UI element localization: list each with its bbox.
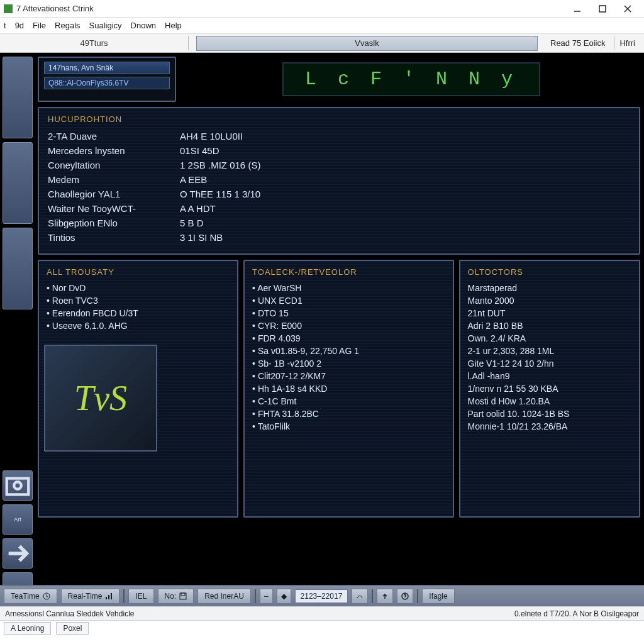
list-item: 1/nenv n 21 55 30 KBA [468, 382, 631, 395]
clock-icon [43, 592, 50, 600]
svg-rect-9 [111, 593, 112, 599]
section-title: TOALECK-/RETVEOLOR [252, 267, 445, 277]
logo-text: TvS [74, 378, 127, 418]
center-button[interactable]: Vvaslk [196, 36, 538, 51]
window-title: 7 Attevationest Ctrink [16, 4, 565, 13]
decrement-button[interactable]: – [260, 589, 273, 604]
range-field[interactable]: 2123–22017 [295, 589, 348, 603]
info-row: Coneyltation1 2SB .MIZ 016 (S) [48, 158, 630, 172]
info-row: Chaollegior YAL1O ThEE 115 1 3/10 [48, 187, 630, 201]
info-row: Merceders lnysten01SI 45D [48, 143, 630, 158]
up-arrow-icon [381, 592, 389, 600]
top-tab-strip: 49Tturs Vvaslk Read 75 Eoiick Hfrri [0, 34, 644, 53]
list-item: FHTA 31.8.2BC [252, 408, 445, 420]
title-bar: 7 Attevationest Ctrink [0, 0, 644, 18]
section-title: HUCUPROHTION [48, 114, 630, 124]
close-button[interactable] [615, 1, 640, 16]
tool-button[interactable] [3, 142, 33, 224]
list-item: Aer WarSH [252, 282, 445, 294]
logo-box: TvS [44, 345, 157, 452]
next-button[interactable] [3, 538, 33, 569]
menu-item[interactable]: t [4, 21, 6, 30]
list-item: Manto 2000 [468, 294, 631, 307]
taskbar-button[interactable]: TeaTime [4, 589, 57, 604]
menu-item-file[interactable]: File [33, 21, 46, 30]
upload-button[interactable] [377, 589, 393, 604]
menu-item[interactable]: Regals [55, 21, 80, 30]
status-button[interactable]: Poxel [56, 622, 89, 635]
save-icon [179, 592, 187, 600]
tool-button[interactable] [3, 57, 33, 138]
status-button[interactable]: A Leoning [4, 622, 51, 635]
list-item: Adri 2 B10 BB [468, 319, 631, 332]
signal-icon [105, 592, 113, 600]
list-item: l.Adl -han9 [468, 370, 631, 382]
oltoctors-panel: OLTOCTORS Marstaperad Manto 2000 21nt DU… [459, 260, 640, 518]
lcd-display: L c F ' N N y [282, 62, 540, 96]
marker-icon: ◆ [277, 589, 291, 604]
list-item: Marstaperad [468, 282, 631, 294]
tool-button[interactable] [3, 470, 33, 501]
list-item: Sa v01.85-9, 22,750 AG 1 [252, 345, 445, 357]
section-title: ALL TROUSATY [47, 267, 230, 277]
menu-bar: t 9d File Regals Sualigicy Dnown Help [0, 18, 644, 34]
secondary-status-bar: A Leoning Poxel [0, 620, 644, 635]
list-item: FDR 4.039 [252, 332, 445, 345]
information-panel: HUCUPROHTION 2-TA DuaveAH4 E 10LU0II Mer… [38, 107, 640, 255]
left-toolbar: Art [3, 57, 34, 602]
list-item: CYR: E000 [252, 319, 445, 332]
taskbar-button[interactable]: IEL [128, 589, 153, 604]
menu-item[interactable]: 9d [15, 21, 24, 30]
info-row: Waiter Ne TooyWCT-A A HDT [48, 201, 630, 216]
taskbar-button[interactable]: Real-Time [61, 589, 120, 604]
taskbar-button[interactable]: Red InerAU [197, 589, 251, 604]
left-tab[interactable]: 49Tturs [0, 36, 189, 50]
tool-button[interactable]: Art [3, 504, 33, 535]
info-row: Slibgeption ENlo5 B D [48, 216, 630, 230]
list-item: Part oolid 10. 1024-1B BS [468, 408, 631, 420]
status-bar: Arnessionsl Cannlua Sleddek Vehdicle 0.e… [0, 606, 644, 620]
minimize-button[interactable] [565, 1, 590, 16]
menu-item[interactable]: Dnown [131, 21, 156, 30]
list-item: UNX ECD1 [252, 294, 445, 307]
toaleck-panel: TOALECK-/RETVEOLOR Aer WarSH UNX ECD1 DT… [243, 260, 453, 518]
list-item: 2-1 ur 2,303, 288 1ML [468, 345, 631, 357]
status-right: 0.elnete d T7/20. A Nor B Oisilgeapor [514, 609, 639, 618]
list-item: Sb- 1B -v2100 2 [252, 357, 445, 370]
svg-rect-1 [599, 6, 606, 12]
list-item: Monnie-1 10/21 23.26/BA [468, 420, 631, 433]
bottom-taskbar: TeaTime Real-Time IEL No: Red InerAU – ◆… [0, 585, 644, 606]
list-item: Nor DvD [47, 282, 230, 294]
list-item: Roen TVC3 [47, 294, 230, 307]
list-item: C-1C Bmt [252, 395, 445, 408]
list-item: Own. 2.4/ KRA [468, 332, 631, 345]
help-icon [401, 592, 409, 600]
svg-point-5 [14, 482, 21, 489]
info-chip-line1: 147hans, Avn Snäk [44, 62, 170, 74]
right-tab[interactable]: Read 75 Eoiick [545, 36, 610, 50]
app-icon [4, 4, 13, 13]
menu-item[interactable]: Sualigicy [89, 21, 122, 30]
maximize-button[interactable] [590, 1, 615, 16]
info-row: 2-TA DuaveAH4 E 10LU0II [48, 129, 630, 143]
signal-icon [352, 589, 368, 604]
list-item: Eerendon FBCD U/3T [47, 307, 230, 319]
taskbar-button[interactable]: Ifagle [422, 589, 454, 604]
list-item: Useeve 6,1.0. AHG [47, 319, 230, 332]
info-chip: 147hans, Avn Snäk Q88::Al-OonFlys36.6TV [38, 57, 176, 102]
work-area: Art 147hans, Avn Snäk Q88::Al-OonFlys36.… [0, 53, 644, 606]
info-row: MedemA EEB [48, 172, 630, 187]
list-item: TatoFlilk [252, 420, 445, 433]
tool-button[interactable] [3, 228, 33, 309]
list-item: 21nt DUT [468, 307, 631, 319]
svg-rect-11 [181, 593, 185, 596]
all-trousaty-panel: ALL TROUSATY Nor DvD Roen TVC3 Eerendon … [38, 260, 238, 518]
help-button[interactable] [397, 589, 413, 604]
info-chip-line2: Q88::Al-OonFlys36.6TV [44, 77, 170, 89]
status-left: Arnessionsl Cannlua Sleddek Vehdicle [5, 609, 134, 618]
taskbar-button[interactable]: No: [158, 589, 194, 604]
info-row: Tintios3 1I SI NB [48, 230, 630, 245]
list-item: DTO 15 [252, 307, 445, 319]
right-tab[interactable]: Hfrri [614, 36, 640, 50]
menu-item-help[interactable]: Help [165, 21, 182, 30]
